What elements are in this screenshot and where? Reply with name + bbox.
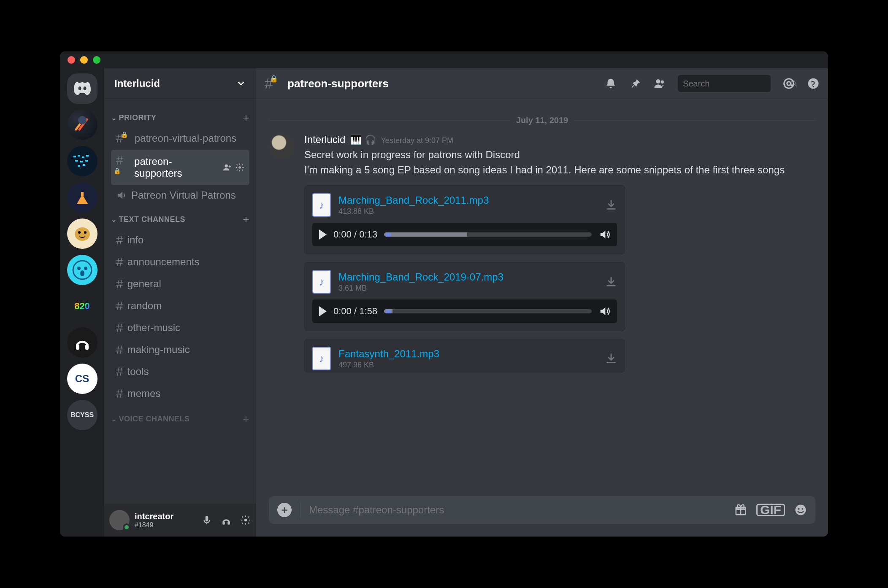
- play-button[interactable]: [319, 229, 327, 240]
- guild-label: BCYSS: [70, 411, 94, 419]
- message-input[interactable]: [309, 504, 726, 516]
- channel-name: memes: [127, 388, 161, 399]
- guild-icon[interactable]: [67, 110, 97, 140]
- gear-icon[interactable]: [235, 163, 244, 172]
- hash-lock-icon: #🔒: [265, 75, 282, 92]
- channel-item[interactable]: #random: [111, 295, 249, 316]
- svg-point-13: [84, 231, 87, 234]
- channel-name: making-music: [127, 344, 190, 356]
- mute-icon[interactable]: [201, 515, 212, 526]
- gift-icon[interactable]: [734, 504, 747, 516]
- settings-icon[interactable]: [240, 515, 251, 526]
- guild-icon[interactable]: 820: [67, 291, 97, 321]
- channel-list[interactable]: PRIORITY + #🔒 patreon-virtual-patrons #🔒…: [104, 99, 256, 504]
- svg-rect-2: [78, 155, 80, 156]
- members-icon[interactable]: [653, 77, 666, 90]
- file-audio-icon: ♪: [312, 347, 331, 370]
- emoji-icon[interactable]: [794, 504, 807, 516]
- attachment-size: 413.88 KB: [338, 207, 598, 216]
- download-icon[interactable]: [605, 353, 617, 364]
- svg-rect-6: [80, 161, 83, 162]
- maximize-window-button[interactable]: [93, 56, 100, 64]
- audio-progress[interactable]: [384, 309, 592, 313]
- channel-item-voice[interactable]: Patreon Virtual Patrons: [111, 186, 249, 205]
- minimize-window-button[interactable]: [80, 56, 88, 64]
- close-window-button[interactable]: [68, 56, 75, 64]
- guild-icon[interactable]: [67, 182, 97, 213]
- attachment-filename[interactable]: Marching_Band_Rock_2019-07.mp3: [338, 271, 598, 283]
- channel-item[interactable]: #other-music: [111, 317, 249, 338]
- user-avatar[interactable]: [109, 510, 130, 530]
- hash-icon: #: [116, 364, 123, 379]
- user-panel: intcreator #1849: [104, 504, 256, 537]
- message-text: Secret work in progress for patrons with…: [304, 147, 815, 162]
- notifications-icon[interactable]: [604, 77, 617, 90]
- svg-point-25: [244, 519, 247, 522]
- deafen-icon[interactable]: [221, 515, 232, 526]
- channel-item[interactable]: #announcements: [111, 251, 249, 272]
- attach-button[interactable]: +: [277, 503, 292, 517]
- svg-point-17: [80, 270, 84, 276]
- attachment-filename[interactable]: Fantasynth_2011.mp3: [338, 348, 598, 360]
- guild-icon[interactable]: [67, 218, 97, 249]
- app-window: 820 CS BCYSS Interlucid PRIORITY +: [60, 51, 828, 537]
- gif-button[interactable]: GIF: [756, 504, 785, 516]
- guild-icon[interactable]: [67, 146, 97, 176]
- attachment-filename[interactable]: Marching_Band_Rock_2011.mp3: [338, 194, 598, 206]
- channel-item[interactable]: #general: [111, 273, 249, 294]
- svg-point-12: [78, 231, 81, 234]
- add-channel-icon[interactable]: +: [243, 111, 249, 124]
- svg-point-29: [784, 79, 794, 89]
- mentions-icon[interactable]: [782, 77, 795, 90]
- search-input[interactable]: [683, 79, 790, 89]
- guild-icon[interactable]: BCYSS: [67, 400, 97, 430]
- audio-attachment: ♪ Marching_Band_Rock_2011.mp3 413.88 KB …: [304, 185, 625, 254]
- author-name[interactable]: Interlucid: [304, 134, 345, 146]
- channel-item[interactable]: #making-music: [111, 339, 249, 360]
- svg-point-26: [656, 79, 660, 84]
- volume-icon[interactable]: [598, 229, 610, 240]
- svg-rect-10: [81, 192, 84, 196]
- add-channel-icon[interactable]: +: [243, 413, 249, 426]
- channel-sidebar: Interlucid PRIORITY + #🔒 patreon-virtual…: [104, 68, 256, 537]
- channel-name: Patreon Virtual Patrons: [131, 189, 236, 201]
- svg-rect-1: [73, 156, 76, 157]
- channel-item[interactable]: #🔒 patreon-virtual-patrons: [111, 128, 249, 149]
- category-header[interactable]: VOICE CHANNELS +: [107, 405, 254, 428]
- pin-icon[interactable]: [629, 77, 642, 90]
- guild-icon[interactable]: [67, 255, 97, 285]
- invite-icon[interactable]: [222, 163, 232, 172]
- hash-icon: #: [116, 299, 123, 313]
- channel-name: other-music: [127, 322, 180, 334]
- play-button[interactable]: [319, 306, 327, 316]
- guild-icon[interactable]: [67, 327, 97, 358]
- channel-item[interactable]: #memes: [111, 383, 249, 404]
- channel-item-active[interactable]: #🔒 patreon-supporters: [111, 150, 249, 185]
- message-list[interactable]: July 11, 2019 Interlucid 🎹 🎧 Yesterday a…: [256, 99, 828, 496]
- download-icon[interactable]: [605, 199, 617, 211]
- audio-attachment: ♪ Marching_Band_Rock_2019-07.mp3 3.61 MB…: [304, 262, 625, 331]
- svg-point-11: [75, 227, 90, 241]
- audio-player: 0:00 / 1:58: [312, 299, 617, 323]
- channel-name: info: [127, 234, 144, 246]
- category-header[interactable]: TEXT CHANNELS +: [107, 205, 254, 229]
- hash-icon: #: [116, 321, 123, 335]
- add-channel-icon[interactable]: +: [243, 213, 249, 226]
- channel-item[interactable]: #info: [111, 229, 249, 251]
- home-button[interactable]: [67, 73, 97, 104]
- server-header[interactable]: Interlucid: [104, 68, 256, 99]
- channel-item[interactable]: #tools: [111, 361, 249, 382]
- category-header[interactable]: PRIORITY +: [107, 104, 254, 127]
- volume-icon[interactable]: [598, 305, 610, 317]
- guild-icon[interactable]: CS: [67, 364, 97, 394]
- app-body: 820 CS BCYSS Interlucid PRIORITY +: [60, 68, 828, 537]
- channel-title: patreon-supporters: [287, 77, 389, 90]
- svg-point-14: [73, 261, 92, 279]
- help-icon[interactable]: [807, 77, 820, 90]
- audio-progress[interactable]: [384, 232, 592, 237]
- author-avatar[interactable]: [269, 134, 294, 159]
- user-info: intcreator #1849: [135, 512, 173, 529]
- hash-icon: #: [116, 343, 123, 357]
- search-box[interactable]: [678, 75, 771, 92]
- download-icon[interactable]: [605, 276, 617, 288]
